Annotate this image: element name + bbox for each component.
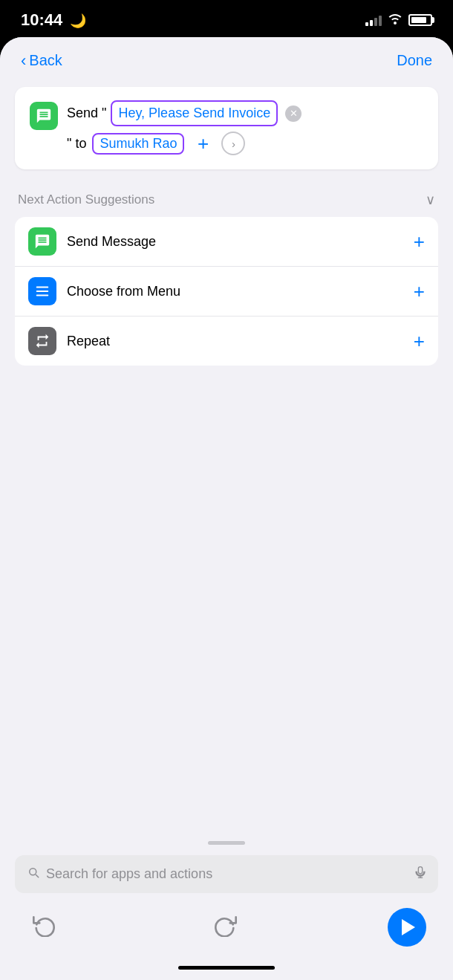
- send-prefix: Send ": [67, 103, 106, 123]
- repeat-icon: [28, 327, 56, 355]
- drag-handle[interactable]: [208, 841, 245, 845]
- home-indicator: [0, 960, 453, 980]
- battery-icon: [408, 14, 432, 26]
- section-header: Next Action Suggestions ∨: [0, 178, 453, 217]
- action-card-content: Send " Hey, Please Send Invoice ✕ " to S…: [67, 100, 423, 156]
- content-area: ‹ Back Done Send " Hey, Please Send Invo…: [0, 37, 453, 980]
- expand-button[interactable]: ›: [221, 132, 245, 155]
- drag-handle-area: [0, 834, 453, 849]
- recipient-pill[interactable]: Sumukh Rao: [92, 133, 184, 155]
- bottom-area: Search for apps and actions: [0, 834, 453, 980]
- invoice-suffix: " to: [67, 136, 86, 152]
- add-send-message-button[interactable]: +: [414, 230, 425, 253]
- back-label: Back: [29, 52, 62, 69]
- section-chevron-icon[interactable]: ∨: [426, 192, 435, 208]
- send-message-icon: [28, 227, 56, 256]
- suggestion-send-message[interactable]: Send Message +: [15, 217, 438, 267]
- clear-message-button[interactable]: ✕: [285, 106, 302, 122]
- search-icon: [27, 866, 40, 883]
- status-icons: [365, 13, 432, 27]
- message-app-icon: [30, 102, 58, 130]
- phone-wrapper: 10:44 🌙 ‹ Back Done: [0, 0, 453, 980]
- action-line1: Send " Hey, Please Send Invoice ✕: [67, 100, 423, 126]
- suggestions-list: Send Message + Choose from Menu +: [15, 217, 438, 366]
- svg-rect-2: [36, 295, 49, 296]
- redo-icon: [213, 913, 237, 942]
- done-button[interactable]: Done: [397, 52, 432, 69]
- svg-rect-0: [36, 287, 49, 288]
- signal-icon: [365, 14, 382, 26]
- run-button[interactable]: [388, 908, 426, 947]
- send-message-label: Send Message: [67, 234, 403, 250]
- search-bar-wrapper: Search for apps and actions: [0, 849, 453, 899]
- action-card: Send " Hey, Please Send Invoice ✕ " to S…: [15, 87, 438, 169]
- back-button[interactable]: ‹ Back: [21, 52, 62, 69]
- add-choose-from-menu-button[interactable]: +: [414, 280, 425, 303]
- add-recipient-button[interactable]: +: [190, 131, 215, 156]
- battery-fill: [411, 17, 426, 23]
- wifi-icon: [388, 13, 403, 27]
- repeat-label: Repeat: [67, 334, 403, 349]
- undo-button[interactable]: [27, 909, 62, 945]
- bottom-toolbar: [0, 899, 453, 960]
- message-text: Hey, Please Send Invoice: [118, 103, 270, 123]
- search-bar[interactable]: Search for apps and actions: [15, 855, 438, 893]
- search-placeholder[interactable]: Search for apps and actions: [46, 866, 408, 882]
- svg-rect-1: [36, 291, 49, 292]
- home-bar: [178, 966, 275, 970]
- suggestion-repeat[interactable]: Repeat +: [15, 317, 438, 366]
- status-bar: 10:44 🌙: [0, 0, 453, 37]
- undo-icon: [33, 913, 56, 942]
- recipient-text: Sumukh Rao: [100, 136, 177, 152]
- run-icon: [402, 919, 415, 935]
- time-text: 10:44: [21, 10, 62, 29]
- suggestion-choose-from-menu[interactable]: Choose from Menu +: [15, 267, 438, 317]
- redo-button[interactable]: [207, 909, 243, 945]
- back-chevron-icon: ‹: [21, 53, 26, 69]
- action-line2: " to Sumukh Rao + ›: [67, 131, 423, 156]
- moon-icon: 🌙: [70, 13, 86, 28]
- status-time: 10:44 🌙: [21, 10, 86, 30]
- choose-from-menu-label: Choose from Menu: [67, 284, 403, 299]
- message-pill[interactable]: Hey, Please Send Invoice: [111, 100, 278, 126]
- choose-from-menu-icon: [28, 277, 56, 305]
- mic-icon[interactable]: [414, 864, 426, 884]
- section-title: Next Action Suggestions: [18, 192, 154, 207]
- nav-bar: ‹ Back Done: [0, 37, 453, 78]
- add-repeat-button[interactable]: +: [414, 330, 425, 353]
